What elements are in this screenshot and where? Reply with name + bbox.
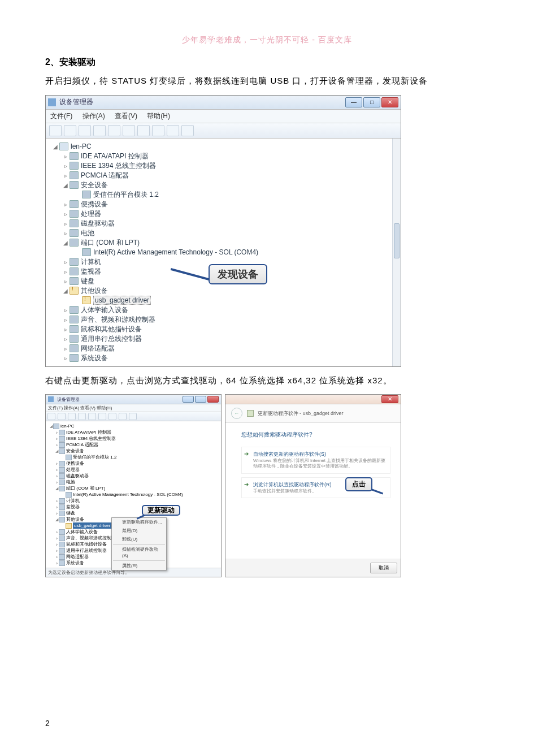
tree-node[interactable]: 鼠标和其他指针设备 — [81, 325, 142, 334]
toolbar-button[interactable] — [123, 125, 135, 136]
toolbar-button[interactable] — [181, 125, 194, 136]
tree-root[interactable]: len-PC — [71, 142, 92, 150]
tree-node[interactable]: 监视器 — [81, 267, 101, 277]
device-tree[interactable]: ◢len-PC ▹IDE ATA/ATAPI 控制器 ▹IEEE 1394 总线… — [46, 139, 401, 366]
back-button[interactable]: ← — [231, 408, 242, 419]
toolbar-button[interactable] — [88, 413, 96, 420]
tree-node[interactable]: 便携设备 — [81, 200, 108, 209]
tree-node[interactable]: 键盘 — [66, 510, 75, 516]
toolbar-button[interactable] — [58, 413, 66, 420]
close-button[interactable]: ✕ — [381, 97, 398, 107]
maximize-button[interactable]: □ — [363, 97, 380, 107]
toolbar-button[interactable] — [47, 413, 55, 420]
device-category-icon — [70, 277, 79, 285]
tree-node[interactable]: 安全设备 — [81, 180, 108, 190]
tree-node[interactable]: 鼠标和其他指针设备 — [66, 541, 107, 547]
tree-leaf-usb-gadget[interactable]: usb_gadget driver — [93, 296, 151, 305]
page-number: 2 — [45, 719, 50, 728]
toolbar-button[interactable] — [167, 125, 179, 136]
tree-node[interactable]: PCMCIA 适配器 — [66, 442, 98, 448]
toolbar-button[interactable] — [137, 125, 150, 136]
tree-node[interactable]: IDE ATA/ATAPI 控制器 — [66, 429, 111, 435]
paragraph-2: 右键点击更新驱动，点击浏览方式查找驱动，64 位系统选择 x64,32 位系统选… — [45, 373, 489, 389]
minimize-button[interactable]: — — [345, 97, 362, 107]
device-tree[interactable]: ◢len-PC ▹IDE ATA/ATAPI 控制器 ▹IEEE 1394 总线… — [46, 421, 221, 568]
tree-node[interactable]: 网络适配器 — [66, 554, 89, 560]
disk-icon — [247, 410, 254, 417]
tree-node[interactable]: IDE ATA/ATAPI 控制器 — [81, 152, 149, 161]
tree-node[interactable]: 网络适配器 — [81, 344, 115, 353]
menu-scan-hardware[interactable]: 扫描检测硬件改动(A) — [112, 545, 166, 560]
device-category-icon — [70, 354, 79, 362]
menu-help[interactable]: 帮助(H) — [147, 112, 170, 120]
toolbar-button[interactable] — [152, 125, 164, 136]
toolbar-button[interactable] — [108, 125, 120, 136]
menu-uninstall[interactable]: 卸载(U) — [112, 535, 166, 543]
toolbar-button[interactable] — [68, 413, 76, 420]
tree-root[interactable]: len-PC — [60, 423, 74, 429]
toolbar-back-button[interactable] — [49, 125, 62, 136]
menu-action[interactable]: 操作(A) — [83, 112, 105, 120]
close-button[interactable] — [207, 396, 219, 403]
tree-node[interactable]: 安全设备 — [66, 448, 84, 454]
scrollbar[interactable] — [392, 139, 401, 366]
option-auto-search[interactable]: ➔ 自动搜索更新的驱动程序软件(S) Windows 将在您的计算机和 Inte… — [241, 447, 390, 474]
tree-node[interactable]: 计算机 — [66, 498, 80, 504]
tree-leaf[interactable]: 受信任的平台模块 1.2 — [73, 454, 116, 460]
tree-node[interactable]: 通用串行总线控制器 — [66, 547, 107, 554]
tree-leaf[interactable]: Intel(R) Active Management Technology - … — [93, 248, 258, 256]
toolbar-button[interactable] — [79, 125, 91, 136]
close-button[interactable]: ✕ — [381, 395, 398, 403]
tree-node[interactable]: 电池 — [66, 479, 75, 485]
tree-node[interactable]: 计算机 — [81, 257, 101, 267]
tree-node[interactable]: 端口 (COM 和 LPT) — [66, 485, 105, 491]
device-category-icon — [70, 335, 79, 343]
tree-node[interactable]: 处理器 — [81, 209, 101, 219]
menu-file[interactable]: 文件(F) — [50, 112, 72, 120]
app-icon — [48, 98, 56, 106]
tree-node-other-devices[interactable]: 其他设备 — [81, 286, 108, 296]
tree-node[interactable]: IEEE 1394 总线主控制器 — [81, 161, 156, 171]
toolbar-button[interactable] — [119, 413, 127, 420]
tree-node[interactable]: 人体学输入设备 — [66, 529, 98, 535]
menu-view[interactable]: 查看(V) — [115, 112, 137, 120]
tree-leaf[interactable]: 受信任的平台模块 1.2 — [93, 190, 159, 200]
tree-node[interactable]: 端口 (COM 和 LPT) — [81, 238, 140, 248]
callout-found-device: 发现设备 — [170, 264, 267, 284]
tree-node[interactable]: 磁盘驱动器 — [81, 219, 115, 228]
tree-node[interactable]: 声音、视频和游戏控制器 — [66, 535, 116, 541]
tree-leaf[interactable]: Intel(R) Active Management Technology - … — [73, 491, 183, 498]
cancel-button[interactable]: 取消 — [370, 563, 397, 573]
tree-node[interactable]: 声音、视频和游戏控制器 — [81, 315, 155, 325]
tree-node[interactable]: 人体学输入设备 — [81, 305, 128, 315]
toolbar-button[interactable] — [108, 413, 116, 420]
wizard-header: ← 更新驱动程序软件 - usb_gadget driver — [225, 404, 401, 423]
toolbar-button[interactable] — [98, 413, 106, 420]
device-category-icon — [70, 162, 79, 170]
callout-update-driver: 更新驱动 — [142, 505, 180, 516]
menu-properties[interactable]: 属性(R) — [112, 561, 166, 570]
minimize-button[interactable] — [183, 396, 194, 403]
menu-disable[interactable]: 禁用(D) — [112, 526, 166, 535]
tree-node[interactable]: 通用串行总线控制器 — [81, 334, 142, 344]
tree-node[interactable]: 其他设备 — [66, 516, 84, 522]
tree-node[interactable]: 监视器 — [66, 504, 80, 510]
tree-node[interactable]: 系统设备 — [66, 560, 84, 566]
toolbar-button[interactable] — [93, 125, 106, 136]
tree-node[interactable]: 处理器 — [66, 466, 80, 473]
toolbar-button[interactable] — [78, 413, 86, 420]
tree-node[interactable]: IEEE 1394 总线主控制器 — [66, 435, 116, 442]
menubar: 文件(F) 操作(A) 查看(V) 帮助(H) — [46, 110, 401, 123]
device-icon — [82, 248, 91, 256]
tree-node[interactable]: 磁盘驱动器 — [66, 473, 89, 479]
tree-node[interactable]: 键盘 — [81, 277, 94, 286]
maximize-button[interactable] — [195, 396, 206, 403]
tree-node[interactable]: 电池 — [81, 228, 94, 238]
toolbar-button[interactable] — [129, 413, 137, 420]
toolbar-forward-button[interactable] — [64, 125, 76, 136]
tree-node[interactable]: 便携设备 — [66, 460, 84, 466]
tree-node[interactable]: PCMCIA 适配器 — [81, 171, 129, 180]
menu-update-driver[interactable]: 更新驱动程序软件... — [112, 518, 166, 526]
tree-node[interactable]: 系统设备 — [81, 353, 108, 363]
tree-leaf-usb-gadget[interactable]: usb_gadget driver — [73, 522, 111, 529]
